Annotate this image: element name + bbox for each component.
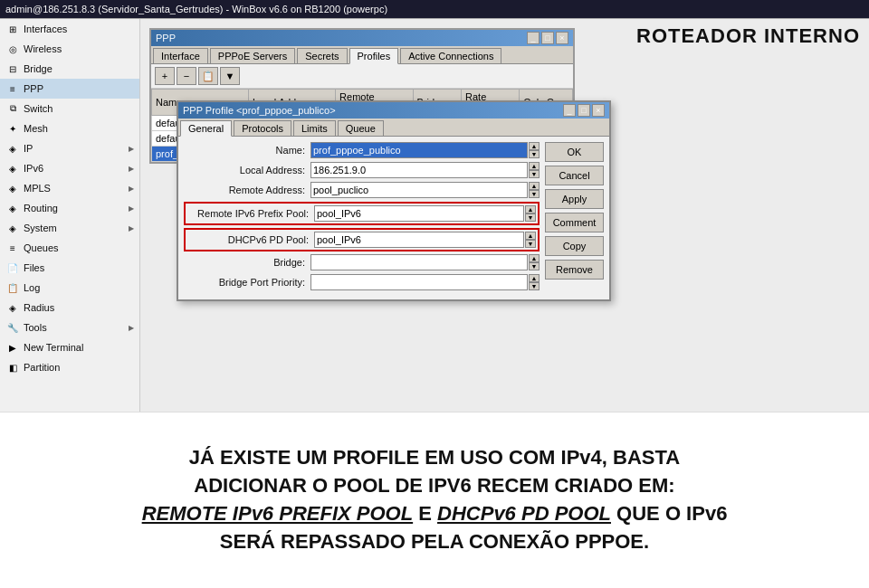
bottom-text-line2: ADICIONAR O POOL DE IPV6 RECEM CRIADO EM… <box>194 474 674 497</box>
system-arrow: ▶ <box>129 224 134 232</box>
queues-icon: ≡ <box>5 241 20 255</box>
name-input-wrapper: ▲ ▼ <box>310 142 540 158</box>
sidebar-item-log[interactable]: 📋 Log <box>0 278 139 298</box>
tab-interface[interactable]: Interface <box>153 48 208 63</box>
tab-active-connections[interactable]: Active Connections <box>400 48 501 63</box>
ppp-close-button[interactable]: × <box>556 32 568 44</box>
sidebar-item-new-terminal[interactable]: ▶ New Terminal <box>0 337 139 357</box>
label-name: Name: <box>184 145 310 156</box>
dialog-tab-queue[interactable]: Queue <box>338 120 384 136</box>
bridge-port-priority-input[interactable] <box>310 274 528 290</box>
sidebar-item-queues[interactable]: ≡ Queues <box>0 238 139 258</box>
toolbar-filter-button[interactable]: ▼ <box>220 67 240 85</box>
ppp-minimize-button[interactable]: _ <box>527 32 540 44</box>
tab-pppoe-servers[interactable]: PPPoE Servers <box>210 48 295 63</box>
sidebar-item-interfaces[interactable]: ⊞ Interfaces <box>0 19 139 39</box>
remote-down[interactable]: ▼ <box>529 190 540 198</box>
copy-button[interactable]: Copy <box>545 236 604 256</box>
ipv6-prefix-up[interactable]: ▲ <box>525 205 536 213</box>
switch-icon: ⧉ <box>5 101 20 116</box>
name-input[interactable] <box>310 142 528 158</box>
bottom-text-line4: SERÁ REPASSADO PELA CONEXÃO PPPOE. <box>220 530 649 553</box>
sidebar-item-routing[interactable]: ◈ Routing ▶ <box>0 198 139 218</box>
sidebar-item-ipv6[interactable]: ◈ IPv6 ▶ <box>0 158 139 178</box>
tab-profiles[interactable]: Profiles <box>349 48 399 64</box>
sidebar-item-tools[interactable]: 🔧 Tools ▶ <box>0 318 139 337</box>
remove-button[interactable]: Remove <box>545 260 604 280</box>
ipv6-prefix-pool-wrapper: ▲ ▼ <box>314 205 536 222</box>
sidebar-label-new-terminal: New Terminal <box>24 342 134 353</box>
dialog-tab-limits[interactable]: Limits <box>293 120 336 136</box>
log-icon: 📋 <box>5 280 20 295</box>
ipv6-icon: ◈ <box>5 161 20 175</box>
local-up[interactable]: ▲ <box>529 162 540 170</box>
form-row-dhcpv6-inner: DHCPv6 PD Pool: ▲ ▼ <box>187 232 536 248</box>
sidebar-label-ip: IP <box>24 143 125 154</box>
dialog-minimize-button[interactable]: _ <box>563 104 576 117</box>
routing-icon: ◈ <box>5 201 20 215</box>
ppp-maximize-button[interactable]: □ <box>541 32 554 44</box>
sidebar-label-partition: Partition <box>24 362 134 373</box>
sidebar-item-wireless[interactable]: ◎ Wireless <box>0 39 139 59</box>
title-bar-text: admin@186.251.8.3 (Servidor_Santa_Gertru… <box>5 4 387 14</box>
ok-button[interactable]: OK <box>545 142 604 162</box>
ipv6-prefix-spin: ▲ ▼ <box>525 205 536 222</box>
sidebar-item-bridge[interactable]: ⊟ Bridge <box>0 59 139 79</box>
toolbar-remove-button[interactable]: − <box>177 67 196 85</box>
ip-arrow: ▶ <box>129 145 134 153</box>
form-row-dhcpv6-pd-pool: DHCPv6 PD Pool: ▲ ▼ <box>184 228 540 251</box>
sidebar-item-files[interactable]: 📄 Files <box>0 258 139 278</box>
dialog-close-button[interactable]: × <box>592 104 605 117</box>
bottom-text-area: JÁ EXISTE UM PROFILE EM USO COM IPv4, BA… <box>0 412 869 588</box>
dialog-maximize-button[interactable]: □ <box>578 104 590 117</box>
tab-secrets[interactable]: Secrets <box>297 48 347 63</box>
dialog-tab-protocols[interactable]: Protocols <box>234 120 291 136</box>
dhcpv6-down[interactable]: ▼ <box>525 240 536 248</box>
label-bridge-port-priority: Bridge Port Priority: <box>184 277 310 288</box>
cancel-button[interactable]: Cancel <box>545 166 604 185</box>
sidebar-item-partition[interactable]: ◧ Partition <box>0 357 139 377</box>
bottom-text-line3-part1: REMOTE IPv6 PREFIX POOL <box>142 502 414 525</box>
bridge-port-priority-up[interactable]: ▲ <box>529 274 540 282</box>
bridge-up[interactable]: ▲ <box>529 254 540 262</box>
sidebar-item-radius[interactable]: ◈ Radius <box>0 298 139 318</box>
bridge-down[interactable]: ▼ <box>529 262 540 270</box>
bottom-text-line3-part2: DHCPv6 PD POOL <box>437 502 611 525</box>
sidebar-item-mpls[interactable]: ◈ MPLS ▶ <box>0 178 139 198</box>
bridge-port-priority-down[interactable]: ▼ <box>529 282 540 290</box>
sidebar-label-tools: Tools <box>24 322 125 333</box>
name-up[interactable]: ▲ <box>529 142 540 150</box>
remote-address-input[interactable] <box>310 182 528 198</box>
ppp-tabs: Interface PPPoE Servers Secrets Profiles… <box>151 46 573 64</box>
local-address-input[interactable] <box>310 162 528 178</box>
sidebar-item-ip[interactable]: ◈ IP ▶ <box>0 138 139 158</box>
remote-up[interactable]: ▲ <box>529 182 540 190</box>
toolbar-copy-button[interactable]: 📋 <box>198 67 218 85</box>
sidebar-item-ppp[interactable]: ≡ PPP <box>0 79 139 99</box>
local-down[interactable]: ▼ <box>529 170 540 178</box>
mpls-icon: ◈ <box>5 181 20 195</box>
toolbar-add-button[interactable]: + <box>155 67 175 85</box>
ipv6-prefix-pool-input[interactable] <box>314 205 524 222</box>
ppp-titlebar: PPP _ □ × <box>151 30 573 46</box>
sidebar-item-mesh[interactable]: ✦ Mesh <box>0 119 139 138</box>
new-terminal-icon: ▶ <box>5 340 20 355</box>
form-row-bridge-port-priority: Bridge Port Priority: ▲ ▼ <box>184 274 540 290</box>
ipv6-prefix-down[interactable]: ▼ <box>525 213 536 222</box>
name-down[interactable]: ▼ <box>529 150 540 158</box>
comment-button[interactable]: Comment <box>545 213 604 232</box>
dhcpv6-pd-pool-input[interactable] <box>314 232 524 248</box>
sidebar-label-switch: Switch <box>24 103 134 114</box>
bottom-line4: SERÁ REPASSADO PELA CONEXÃO PPPOE. <box>220 528 649 556</box>
sidebar-item-system[interactable]: ◈ System ▶ <box>0 218 139 238</box>
bottom-text-line3-end: QUE O IPv6 <box>611 502 727 525</box>
bridge-input[interactable] <box>310 254 528 270</box>
label-local-address: Local Address: <box>184 165 310 175</box>
bottom-line2: ADICIONAR O POOL DE IPV6 RECEM CRIADO EM… <box>194 472 674 500</box>
label-remote-address: Remote Address: <box>184 185 310 195</box>
dhcpv6-up[interactable]: ▲ <box>525 232 536 240</box>
dialog-tab-general[interactable]: General <box>180 120 232 137</box>
sidebar-label-mpls: MPLS <box>24 183 125 194</box>
apply-button[interactable]: Apply <box>545 189 604 209</box>
sidebar-item-switch[interactable]: ⧉ Switch <box>0 99 139 119</box>
